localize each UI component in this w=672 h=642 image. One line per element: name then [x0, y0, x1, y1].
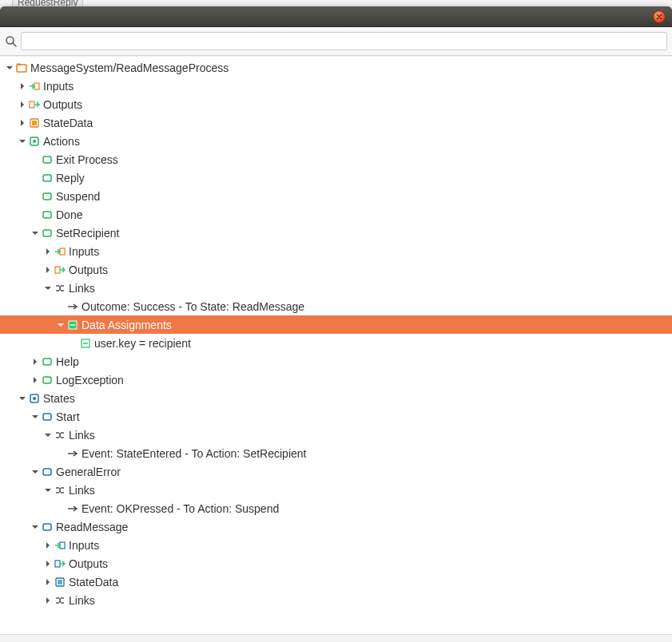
chevron-right-icon[interactable]	[43, 247, 53, 256]
tree-label: Links	[69, 282, 95, 295]
tree-item-states[interactable]: States	[0, 389, 672, 407]
chevron-right-icon[interactable]	[43, 265, 53, 275]
tree-label: Links	[69, 429, 95, 442]
action-box-icon	[42, 191, 53, 202]
chevron-right-icon[interactable]	[43, 577, 53, 587]
tree-root[interactable]: MessageSystem/ReadMessageProcess	[0, 58, 672, 77]
tree-item-outputs[interactable]: Outputs	[0, 95, 672, 113]
tree-item-action[interactable]: LogException	[0, 371, 672, 389]
states-icon	[29, 393, 40, 404]
chevron-down-icon[interactable]	[43, 430, 53, 440]
svg-rect-22	[43, 359, 51, 365]
tree-item-links[interactable]: Links	[0, 481, 672, 499]
chevron-down-icon[interactable]	[30, 467, 40, 477]
tree-item-data-assignments[interactable]: Data Assignments	[0, 315, 672, 334]
tree-item-state-readmessage[interactable]: ReadMessage	[0, 517, 672, 536]
window-close-button[interactable]	[653, 10, 666, 23]
tree-item-link-event[interactable]: Event: StateEntered - To Action: SetReci…	[0, 444, 672, 462]
tree-label: ReadMessage	[56, 521, 128, 533]
state-box-icon	[42, 411, 53, 422]
tree-label: Outputs	[43, 98, 82, 111]
tree-label: Links	[69, 594, 95, 607]
tree-item-assignment[interactable]: user.key = recipient	[0, 334, 672, 352]
statedata-icon	[54, 577, 66, 588]
tree-item-link-outcome[interactable]: Outcome: Success - To State: ReadMessage	[0, 297, 672, 315]
close-icon	[654, 11, 665, 22]
chevron-down-icon[interactable]	[56, 320, 66, 330]
chevron-down-icon[interactable]	[5, 63, 14, 73]
chevron-down-icon[interactable]	[43, 485, 53, 495]
chevron-right-icon[interactable]	[30, 357, 40, 367]
chevron-down-icon[interactable]	[30, 228, 40, 238]
tree-item-state-generalerror[interactable]: GeneralError	[0, 462, 672, 481]
output-arrow-icon	[29, 99, 40, 110]
tree-item-actions[interactable]: Actions	[0, 132, 672, 150]
tree-item-statedata[interactable]: StateData	[0, 113, 672, 132]
tree-item-inputs[interactable]: Inputs	[0, 242, 672, 260]
chevron-right-icon[interactable]	[30, 375, 40, 385]
output-arrow-icon	[54, 558, 66, 569]
tree-label: Event: StateEntered - To Action: SetReci…	[82, 447, 306, 460]
tree-item-action[interactable]: Suspend	[0, 187, 672, 205]
link-arrow-icon	[67, 503, 78, 514]
tree-item-link-event[interactable]: Event: OKPressed - To Action: Suspend	[0, 499, 672, 517]
tree-label: Actions	[43, 135, 80, 148]
chevron-right-icon[interactable]	[43, 596, 53, 605]
input-arrow-icon	[29, 81, 40, 92]
svg-rect-26	[43, 414, 51, 420]
svg-rect-13	[43, 212, 51, 218]
chevron-down-icon[interactable]	[43, 283, 53, 293]
actions-icon	[29, 136, 40, 147]
tree-label: Outputs	[69, 557, 108, 570]
tree-item-inputs[interactable]: Inputs	[0, 536, 672, 554]
tree-item-action[interactable]: Reply	[0, 168, 672, 187]
action-box-icon	[42, 209, 53, 220]
link-arrow-icon	[67, 301, 78, 312]
chevron-down-icon[interactable]	[30, 412, 40, 422]
tree-view[interactable]: MessageSystem/ReadMessageProcess Inputs …	[0, 56, 672, 634]
tree-label: States	[43, 392, 75, 405]
tree-item-action[interactable]: Done	[0, 205, 672, 224]
tree-item-action[interactable]: Help	[0, 352, 672, 371]
search-icon	[5, 35, 18, 48]
links-icon	[54, 283, 66, 294]
svg-rect-10	[43, 157, 51, 163]
tree-item-outputs[interactable]: Outputs	[0, 260, 672, 279]
svg-rect-11	[43, 175, 51, 181]
tree-label: Event: OKPressed - To Action: Suspend	[82, 502, 279, 515]
chevron-right-icon[interactable]	[43, 541, 53, 550]
statedata-icon	[29, 117, 40, 129]
tree-item-statedata[interactable]: StateData	[0, 573, 672, 591]
chevron-right-icon[interactable]	[18, 81, 27, 91]
tree-label: Data Assignments	[82, 319, 172, 331]
search-input[interactable]	[21, 32, 667, 50]
chevron-right-icon[interactable]	[43, 559, 53, 569]
tree-item-links[interactable]: Links	[0, 591, 672, 609]
titlebar	[0, 6, 672, 27]
tree-item-state-start[interactable]: Start	[0, 407, 672, 426]
chevron-down-icon[interactable]	[18, 137, 27, 146]
state-box-icon	[42, 521, 53, 533]
chevron-down-icon[interactable]	[30, 522, 40, 532]
chevron-right-icon[interactable]	[18, 118, 27, 128]
links-icon	[54, 430, 66, 441]
links-icon	[54, 595, 66, 606]
assignment-item-icon	[80, 338, 91, 349]
svg-rect-3	[17, 63, 21, 65]
tree-item-links[interactable]: Links	[0, 426, 672, 444]
tree-label: Suspend	[56, 190, 100, 203]
tree-item-setrecipient[interactable]: SetRecipient	[0, 224, 672, 242]
action-box-icon	[42, 154, 53, 165]
tree-item-links[interactable]: Links	[0, 279, 672, 297]
folder-icon	[16, 62, 27, 73]
tree-label: Outcome: Success - To State: ReadMessage	[82, 300, 304, 313]
tree-item-action[interactable]: Exit Process	[0, 150, 672, 168]
action-box-icon	[42, 172, 53, 184]
tree-item-inputs[interactable]: Inputs	[0, 77, 672, 95]
chevron-down-icon[interactable]	[18, 394, 27, 403]
search-bar	[0, 27, 672, 56]
svg-rect-2	[17, 65, 26, 72]
tree-item-outputs[interactable]: Outputs	[0, 554, 672, 573]
svg-rect-12	[43, 193, 51, 200]
chevron-right-icon[interactable]	[18, 100, 27, 109]
